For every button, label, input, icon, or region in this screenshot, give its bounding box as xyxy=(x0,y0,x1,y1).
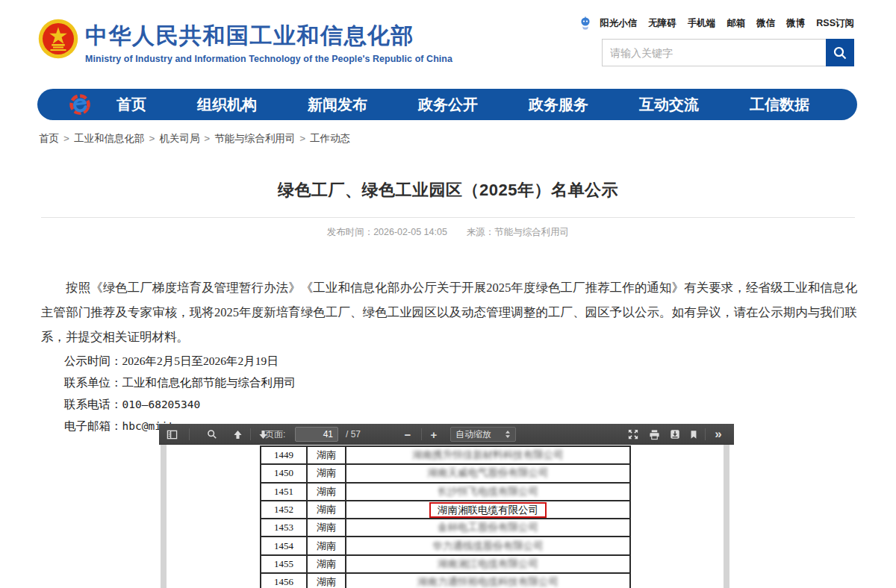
province-cell: 湖南 xyxy=(308,519,346,536)
breadcrumb-item-2[interactable]: 机关司局 xyxy=(159,133,199,144)
top-links-bar: 阳光小信无障碍手机端邮箱微信微博RSS订阅 xyxy=(579,16,854,30)
table-row: 1450湖南湖南天威电气股份有限公司 xyxy=(261,465,629,483)
zoom-in-button[interactable]: + xyxy=(426,424,442,445)
miit-webpage: 中华人民共和国工业和信息化部 Ministry of Industry and … xyxy=(0,0,896,588)
province-cell: 湖南 xyxy=(308,574,346,588)
table-row: 1449湖南湖南携升恒佳新材料科技有限公司 xyxy=(261,447,629,465)
company-cell: 湖南携升恒佳新材料科技有限公司 xyxy=(346,447,629,463)
detail-label: 电子邮箱： xyxy=(64,419,122,432)
company-name: 长沙恒飞电缆有限公司 xyxy=(438,485,538,498)
breadcrumb-item-4[interactable]: 工作动态 xyxy=(310,133,350,144)
nav-item-0[interactable]: 首页 xyxy=(116,95,146,115)
top-link-0[interactable]: 阳光小信 xyxy=(600,17,637,30)
nav-item-3[interactable]: 政务公开 xyxy=(418,95,478,115)
table-row: 1454湖南华力通线缆股份有限公司 xyxy=(261,537,629,555)
company-cell: 湖南力通恒裕电缆科技有限公司 xyxy=(346,574,629,588)
nav-item-4[interactable]: 政务服务 xyxy=(529,95,588,115)
page-number-label: 页面: xyxy=(265,424,285,445)
detail-line-1: 联系单位：工业和信息化部节能与综合利用司 xyxy=(64,372,296,393)
pdf-table: 1449湖南湖南携升恒佳新材料科技有限公司1450湖南湖南天威电气股份有限公司1… xyxy=(260,445,631,588)
row-number-cell: 1453 xyxy=(261,519,308,536)
breadcrumb-separator: > xyxy=(149,133,155,144)
select-spinner-icon xyxy=(505,431,511,438)
presentation-mode-button[interactable] xyxy=(623,424,643,445)
company-name: 湖南湘联电缆有限公司 xyxy=(429,502,547,518)
search-button[interactable] xyxy=(826,39,854,66)
pdf-page: 1449湖南湖南携升恒佳新材料科技有限公司1450湖南湖南天威电气股份有限公司1… xyxy=(159,445,734,588)
page-number-input[interactable] xyxy=(295,427,338,442)
breadcrumb-item-0[interactable]: 首页 xyxy=(39,133,59,144)
company-cell: 金杯电工股份有限公司 xyxy=(346,519,629,536)
print-button[interactable] xyxy=(644,424,664,445)
nav-items: 首页组织机构新闻发布政务公开政务服务互动交流工信数据 xyxy=(91,95,835,115)
printer-icon xyxy=(649,429,660,440)
page-title: 绿色工厂、绿色工业园区（2025年）名单公示 xyxy=(0,179,896,201)
search-input[interactable] xyxy=(602,39,826,66)
breadcrumb-separator: > xyxy=(299,133,305,144)
table-row: 1456湖南湖南力通恒裕电缆科技有限公司 xyxy=(261,574,629,588)
find-icon xyxy=(207,429,217,440)
detail-line-2: 联系电话：010—68205340 xyxy=(64,393,296,415)
zoom-out-button[interactable]: − xyxy=(399,424,416,445)
publish-time-label: 发布时间： xyxy=(327,227,374,237)
row-number-cell: 1456 xyxy=(261,574,308,588)
breadcrumb: 首页>工业和信息化部>机关司局>节能与综合利用司>工作动态 xyxy=(39,132,350,146)
source-label: 来源： xyxy=(467,227,495,237)
site-search xyxy=(602,39,854,66)
top-link-1[interactable]: 无障碍 xyxy=(648,17,676,30)
detail-label: 联系单位： xyxy=(64,376,122,389)
detail-line-0: 公示时间：2026年2月5日至2026年2月19日 xyxy=(64,350,296,372)
table-row: 1452湖南湖南湘联电缆有限公司 xyxy=(261,501,629,519)
row-number-cell: 1449 xyxy=(261,447,308,463)
province-cell: 湖南 xyxy=(308,556,346,572)
main-nav: 首页组织机构新闻发布政务公开政务服务互动交流工信数据 xyxy=(37,89,857,120)
ministry-title-cn: 中华人民共和国工业和信息化部 xyxy=(85,21,452,51)
search-icon xyxy=(833,46,847,60)
sidebar-toggle-button[interactable] xyxy=(162,424,181,445)
detail-value: 2026年2月5日至2026年2月19日 xyxy=(122,354,279,367)
pdf-scrollbar[interactable] xyxy=(724,445,729,588)
breadcrumb-separator: > xyxy=(63,133,69,144)
breadcrumb-item-3[interactable]: 节能与综合利用司 xyxy=(214,133,295,144)
company-name: 金杯电工股份有限公司 xyxy=(438,521,538,534)
nav-item-2[interactable]: 新闻发布 xyxy=(308,95,367,115)
top-link-2[interactable]: 手机端 xyxy=(688,17,716,30)
province-cell: 湖南 xyxy=(308,484,346,500)
top-link-3[interactable]: 邮箱 xyxy=(727,17,745,30)
company-name: 华力通线缆股份有限公司 xyxy=(432,539,544,553)
download-icon xyxy=(670,429,680,440)
title-divider xyxy=(41,217,855,218)
ministry-title-en: Ministry of Industry and Information Tec… xyxy=(85,54,452,64)
bookmark-icon xyxy=(689,430,698,440)
more-tools-button[interactable]: » xyxy=(709,424,728,445)
company-cell: 湖南天威电气股份有限公司 xyxy=(346,465,629,481)
sunshine-mascot-icon xyxy=(579,16,591,30)
nav-item-1[interactable]: 组织机构 xyxy=(197,95,257,115)
bookmark-button[interactable] xyxy=(684,424,703,445)
province-cell: 湖南 xyxy=(308,447,346,463)
row-number-cell: 1455 xyxy=(261,556,308,572)
miit-swirl-icon xyxy=(69,93,91,116)
zoom-mode-select[interactable]: 自动缩放 xyxy=(450,427,516,442)
table-row: 1451湖南长沙恒飞电缆有限公司 xyxy=(261,484,629,501)
pdf-left-edge xyxy=(161,445,167,588)
breadcrumb-item-1[interactable]: 工业和信息化部 xyxy=(74,133,145,144)
table-row: 1453湖南金杯电工股份有限公司 xyxy=(261,519,629,537)
download-button[interactable] xyxy=(665,424,685,445)
find-button[interactable] xyxy=(202,424,222,445)
nav-item-5[interactable]: 互动交流 xyxy=(639,95,699,115)
detail-value: 工业和信息化部节能与综合利用司 xyxy=(122,376,296,389)
company-name: 湖南力通恒裕电缆科技有限公司 xyxy=(417,575,559,588)
pdf-viewer: 页面: / 57 − + 自动缩放 xyxy=(159,424,734,588)
top-link-4[interactable]: 微信 xyxy=(756,17,775,30)
detail-label: 公示时间： xyxy=(64,354,122,367)
nav-item-6[interactable]: 工信数据 xyxy=(750,95,809,115)
breadcrumb-separator: > xyxy=(204,133,210,144)
top-link-6[interactable]: RSS订阅 xyxy=(816,17,854,30)
previous-page-button[interactable] xyxy=(228,424,247,445)
top-link-5[interactable]: 微博 xyxy=(786,17,805,30)
company-name: 湖南湘江电缆有限公司 xyxy=(438,557,538,571)
zoom-mode-value: 自动缩放 xyxy=(455,428,505,441)
detail-label: 联系电话： xyxy=(64,398,122,410)
company-cell: 长沙恒飞电缆有限公司 xyxy=(346,484,629,500)
